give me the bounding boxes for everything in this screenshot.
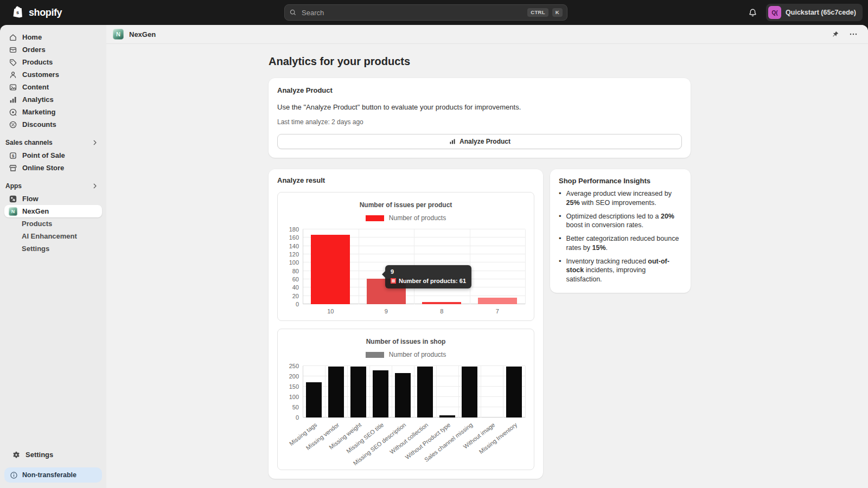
global-search[interactable]: CTRL K	[284, 4, 567, 21]
y-axis-tick: 120	[289, 252, 303, 258]
analyze-card-body: Use the "Analyze Product" button to eval…	[277, 103, 682, 111]
non-transferable-badge[interactable]: Non-transferable	[4, 467, 102, 483]
chart-bar[interactable]	[350, 367, 366, 418]
y-axis-tick: 160	[289, 235, 303, 241]
gridline	[414, 366, 414, 418]
chart-bar[interactable]	[373, 370, 388, 418]
issues-in-shop-chart: Number of issues in shop Number of produ…	[277, 329, 534, 470]
bullet: •	[559, 189, 561, 208]
notifications-button[interactable]	[744, 4, 761, 21]
x-axis-label: Missing SEO title	[345, 421, 385, 454]
y-axis-tick: 80	[292, 268, 303, 274]
gridline	[481, 366, 481, 418]
x-axis-label: 9	[385, 308, 388, 314]
sidebar-item-point-of-sale[interactable]: $Point of Sale	[4, 149, 102, 162]
chart-bar[interactable]	[478, 298, 517, 304]
app-content: Analytics for your products Analyze Prod…	[106, 44, 868, 488]
search-input[interactable]	[301, 8, 524, 17]
sidebar-item-label: NexGen	[22, 207, 49, 215]
sidebar-item-products[interactable]: Products	[4, 217, 102, 230]
sidebar-item-online-store[interactable]: Online Store	[4, 162, 102, 174]
bullet: •	[559, 212, 561, 230]
insight-text: Average product view increased by 25% wi…	[566, 189, 682, 208]
shopify-logo[interactable]: s shopify	[12, 5, 62, 20]
y-axis-tick: 40	[292, 285, 303, 291]
y-axis-tick: 0	[296, 415, 303, 421]
sidebar-item-customers[interactable]: Customers	[4, 68, 102, 81]
home-icon	[9, 33, 17, 42]
chart-bar[interactable]	[506, 367, 522, 418]
app-title: NexGen	[129, 30, 156, 38]
sidebar-item-marketing[interactable]: Marketing	[4, 106, 102, 118]
gridline	[503, 366, 503, 418]
y-axis-tick: 0	[296, 301, 303, 307]
shopify-wordmark: shopify	[29, 7, 62, 18]
search-icon	[289, 9, 297, 16]
pin-icon[interactable]	[830, 29, 840, 39]
chart-title: Number of issues per product	[283, 201, 528, 209]
x-axis-labels: Missing tagsMissing vendorMissing weight…	[303, 419, 525, 465]
chart-title: Number of issues in shop	[283, 338, 528, 345]
marketing-icon	[9, 108, 17, 117]
sidebar-item-label: Analytics	[22, 95, 54, 104]
user-name: Quickstart (65c7cede)	[786, 9, 856, 16]
sidebar-item-label: Online Store	[22, 164, 64, 172]
x-axis-labels: 10987	[303, 305, 525, 316]
bullet: •	[559, 234, 561, 253]
sidebar-item-label: Home	[22, 33, 42, 41]
analyze-product-button[interactable]: Analyze Product	[277, 134, 682, 149]
sidebar-item-label: Settings	[22, 245, 49, 253]
customers-icon	[9, 70, 17, 79]
chart-bar[interactable]	[311, 235, 350, 304]
sidebar-item-label: Orders	[22, 46, 46, 54]
sidebar-item-analytics[interactable]: Analytics	[4, 93, 102, 106]
y-axis-tick: 100	[289, 394, 303, 400]
kbd-k: K	[552, 8, 563, 17]
sidebar-item-products[interactable]: Products	[4, 56, 102, 68]
svg-text:s: s	[16, 10, 19, 15]
sidebar-item-discounts[interactable]: Discounts	[4, 118, 102, 131]
sidebar-item-nexgen[interactable]: NNexGen	[4, 205, 102, 217]
gridline	[303, 229, 303, 304]
y-axis-tick: 250	[289, 363, 303, 369]
sidebar-item-orders[interactable]: Orders	[4, 43, 102, 56]
sidebar-item-flow[interactable]: Flow	[4, 192, 102, 205]
top-bar: s shopify CTRL K Q( Quickstart (65c7cede…	[0, 0, 868, 25]
more-menu-icon[interactable]	[848, 29, 858, 39]
y-axis-tick: 180	[289, 227, 303, 233]
chart-bar[interactable]	[395, 373, 411, 418]
sidebar-item-home[interactable]: Home	[4, 31, 102, 43]
chart-bar[interactable]	[306, 382, 322, 418]
sidebar: HomeOrdersProductsCustomersContentAnalyt…	[0, 25, 106, 488]
sidebar-item-label: AI Enhancement	[22, 232, 77, 240]
gear-icon	[12, 451, 21, 459]
chart-bar[interactable]	[422, 302, 461, 304]
sidebar-item-settings[interactable]: Settings	[4, 242, 102, 255]
x-axis-label: Without collection	[388, 421, 429, 455]
content-icon	[9, 83, 17, 92]
sidebar-item-ai-enhancement[interactable]: AI Enhancement	[4, 230, 102, 242]
sidebar-item-label: Products	[22, 220, 52, 228]
chart-plot-area: 050100150200250	[303, 366, 525, 418]
bell-icon	[748, 8, 757, 17]
last-analyze-timestamp: Last time analyze: 2 days ago	[277, 118, 682, 126]
user-menu[interactable]: Q( Quickstart (65c7cede)	[766, 4, 863, 21]
chart-bar[interactable]	[328, 367, 344, 418]
chart-bar[interactable]	[439, 415, 455, 418]
shopify-bag-icon: s	[12, 5, 25, 20]
insight-item: •Better categorization reduced bounce ra…	[559, 234, 682, 253]
sidebar-item-content[interactable]: Content	[4, 81, 102, 93]
chart-bar[interactable]	[462, 367, 477, 418]
sidebar-section-sales-channels[interactable]: Sales channels	[5, 139, 99, 146]
chevron-right-icon	[91, 182, 99, 190]
chart-bar[interactable]	[417, 367, 433, 418]
sidebar-section-apps[interactable]: Apps	[5, 182, 99, 190]
avatar: Q(	[768, 6, 781, 19]
y-axis-tick: 20	[292, 293, 303, 299]
insight-text: Better categorization reduced bounce rat…	[566, 234, 682, 253]
sidebar-item-settings[interactable]: Settings	[8, 448, 99, 461]
nexgen-icon: N	[9, 207, 17, 216]
gridline	[525, 366, 526, 418]
insight-text: Inventory tracking reduced out-of-stock …	[566, 257, 682, 284]
y-axis-tick: 150	[289, 384, 303, 390]
